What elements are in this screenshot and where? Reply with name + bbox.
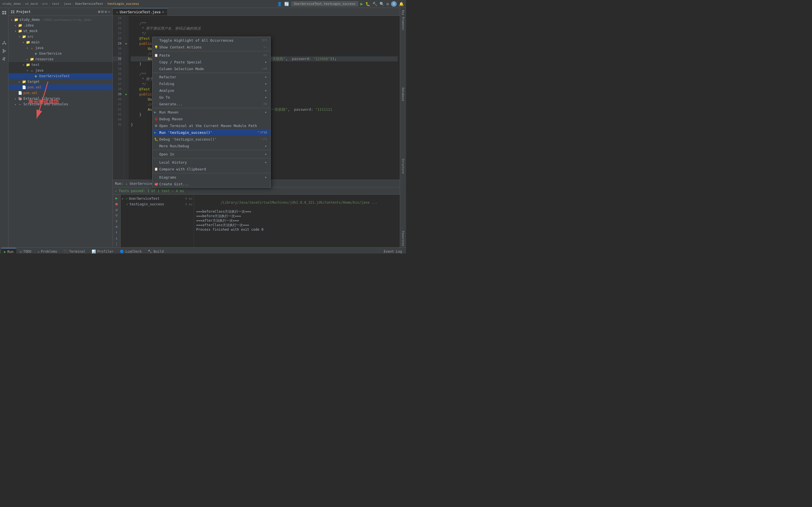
filter-button[interactable]: ▽	[114, 213, 120, 218]
notification-icon[interactable]: 🔔	[399, 2, 404, 6]
menu-run-testlogin[interactable]: ▶ Run 'testLogin_success()' ^⇧F10	[153, 129, 270, 136]
tree-item-userservicetest[interactable]: ◉ UserServiceTest	[8, 73, 112, 79]
menu-show-context-actions[interactable]: 💡 Show Context Actions ⌥⏎	[153, 44, 270, 50]
menu-open-in[interactable]: Open In ▸	[153, 151, 270, 158]
tab-userservicetest[interactable]: ☕ UserServiceTest.java ✕	[113, 8, 168, 15]
stop-button[interactable]: ■	[114, 202, 120, 206]
tab-luacheck[interactable]: 🔵 LuaCheck	[117, 248, 145, 254]
tree-item-idea[interactable]: ▸ 📁 .idea	[8, 22, 112, 28]
menu-create-gist[interactable]: 🐙 Create Gist...	[153, 180, 270, 187]
vcs-icon[interactable]: 🔄	[284, 2, 289, 6]
run-tab-label: Run	[7, 250, 13, 254]
menu-generate[interactable]: Generate... ⌘N	[153, 101, 270, 107]
test-class-item[interactable]: ▾ ✓ UserServiceTest 4 ms	[121, 196, 194, 202]
structure-label[interactable]: Structure	[401, 158, 405, 175]
menu-goto[interactable]: Go To ▸	[153, 94, 270, 101]
run-config-selector[interactable]: UserServiceTest.testLogin_success	[291, 1, 358, 6]
breadcrumb-src[interactable]: src	[42, 2, 48, 6]
tree-item-src[interactable]: ▾ 📁 src	[8, 34, 112, 40]
terminal-tab-label: Terminal	[69, 249, 86, 253]
tree-item-resources[interactable]: ▸ 📁 resources	[8, 56, 112, 62]
rerun-button[interactable]: ↺	[114, 207, 120, 212]
tree-item-ut-mock[interactable]: ▾ 📁 ut_mock	[8, 28, 112, 34]
tab-event-log[interactable]: Event Log	[381, 248, 405, 254]
menu-toggle-highlight[interactable]: Toggle Highlight of All Occurrences ⌥F3	[153, 37, 270, 44]
menu-compare-clipboard[interactable]: 📋 Compare with Clipboard	[153, 166, 270, 172]
tree-item-scratches[interactable]: ▸ ✏️ Scratches and Consoles	[8, 101, 112, 107]
chevron-right-icon: ▸	[13, 97, 17, 100]
tab-build[interactable]: 🔨 Build	[145, 248, 166, 254]
console-line-2: ===beforeClass方法执行一次===	[196, 209, 398, 214]
tree-item-pom-root[interactable]: 📄 pom.xml	[8, 90, 112, 96]
search-icon[interactable]: 🔍	[379, 2, 384, 6]
more-options-icon[interactable]: ⋮	[114, 241, 120, 246]
test-method-item[interactable]: ✓ testLogin_success 4 ms	[121, 202, 194, 207]
menu-refactor[interactable]: Refactor ▸	[153, 73, 270, 80]
menu-paste[interactable]: 📋 Paste ⌘V	[153, 52, 270, 59]
git-sidebar-icon[interactable]	[1, 47, 8, 55]
tree-item-java-main[interactable]: ▾ ☕ java	[8, 45, 112, 51]
breadcrumb-study-demo[interactable]: study_demo	[2, 2, 21, 6]
src-icon: 📁	[21, 35, 27, 39]
tab-close-icon[interactable]: ✕	[162, 10, 164, 14]
collapse-all-icon[interactable]: ⊟	[101, 10, 104, 14]
gear-icon[interactable]: ⚙	[105, 10, 107, 14]
menu-diagrams[interactable]: Diagrams ▸	[153, 174, 270, 180]
breadcrumb-java[interactable]: java	[63, 2, 71, 6]
submenu-arrow-icon: ▸	[265, 60, 267, 64]
breadcrumb-userservicetest[interactable]: UserServiceTest	[75, 2, 103, 6]
settings-icon[interactable]: ⚙	[387, 2, 389, 6]
breadcrumb-test[interactable]: test	[52, 2, 59, 6]
tab-todo[interactable]: ☑ TODO	[17, 248, 34, 254]
expand-all-icon[interactable]: ⊕	[98, 10, 100, 14]
close-panel-icon[interactable]: —	[108, 10, 110, 14]
menu-debug-maven[interactable]: 🐞 Debug Maven	[153, 115, 270, 122]
expand-button[interactable]: ⇅	[114, 224, 120, 229]
tree-item-java-test[interactable]: ▾ ☕ java	[8, 68, 112, 73]
menu-debug-testlogin[interactable]: 🐛 Debug 'testLogin_success()' ^⇧F9	[153, 136, 270, 143]
menu-more-run-debug[interactable]: More Run/Debug ▸	[153, 143, 270, 149]
key-promoter-label[interactable]: Key Promoter	[401, 9, 405, 32]
project-sidebar-icon[interactable]	[1, 9, 8, 16]
menu-run-maven[interactable]: ▶ Run Maven ▸	[153, 109, 270, 115]
menu-item-label: Show Context Actions	[159, 45, 202, 49]
wrench-sidebar-icon[interactable]	[1, 55, 8, 62]
console-output: /Library/Java/JavaVirtualMachines/jdk1.8…	[194, 194, 400, 247]
import-button[interactable]: ↓	[114, 236, 120, 240]
tree-item-userservice[interactable]: ◉ UserService	[8, 51, 112, 56]
menu-analyze[interactable]: Analyze ▸	[153, 87, 270, 94]
tab-run[interactable]: ▶ Run	[1, 248, 16, 254]
tree-item-test[interactable]: ▾ 📁 test	[8, 62, 112, 68]
menu-open-terminal-maven[interactable]: 🖥 Open Terminal at the Current Maven Mod…	[153, 122, 270, 129]
menu-column-selection[interactable]: Column Selection Mode ⇧⌘8	[153, 65, 270, 72]
chevron-right-icon: ▸	[26, 58, 29, 61]
tab-problems[interactable]: ⚠ Problems	[35, 248, 60, 254]
menu-folding[interactable]: Folding ▸	[153, 80, 270, 87]
compare-icon: 📋	[154, 167, 158, 171]
sort-button[interactable]: ↕	[114, 219, 120, 223]
debug-button[interactable]: 🐛	[365, 2, 370, 6]
tree-item-pom-utmock[interactable]: 📄 pom.xml	[8, 84, 112, 90]
run-config-area: 👤 🔄 UserServiceTest.testLogin_success ▶ …	[277, 1, 404, 7]
tree-item-study-demo[interactable]: ▾ 📁 study_demo ~/IDEA_workspace/study_de…	[8, 17, 112, 22]
run-again-button[interactable]: ▶	[114, 196, 120, 201]
favorites-label[interactable]: Favorites	[401, 230, 405, 247]
tree-item-target[interactable]: ▸ 📁 target	[8, 79, 112, 84]
breadcrumb-ut-mock[interactable]: ut_mock	[25, 2, 38, 6]
build-icon[interactable]: 🔨	[372, 2, 377, 6]
tab-terminal[interactable]: ⬛ Terminal	[61, 248, 88, 254]
tree-item-main[interactable]: ▾ 📁 main	[8, 40, 112, 45]
tab-profiler[interactable]: 📊 Profiler	[89, 248, 116, 254]
menu-local-history[interactable]: Local History ▸	[153, 159, 270, 166]
menu-copy-paste-special[interactable]: Copy / Paste Special ▸	[153, 59, 270, 65]
structure-sidebar-icon[interactable]	[1, 40, 8, 47]
breadcrumb-method[interactable]: testLogin_success	[107, 2, 139, 6]
run-button[interactable]: ▶	[360, 1, 363, 6]
export-button[interactable]: ↑	[114, 230, 120, 235]
svg-point-10	[3, 49, 4, 50]
database-label[interactable]: Database	[401, 87, 405, 102]
tree-item-external-libraries[interactable]: ▸ 📚 External Libraries	[8, 96, 112, 101]
git-icon[interactable]: 👤	[277, 2, 282, 6]
menu-item-label: Toggle Highlight of All Occurrences	[159, 38, 234, 43]
menu-item-label: Open In	[159, 152, 174, 156]
